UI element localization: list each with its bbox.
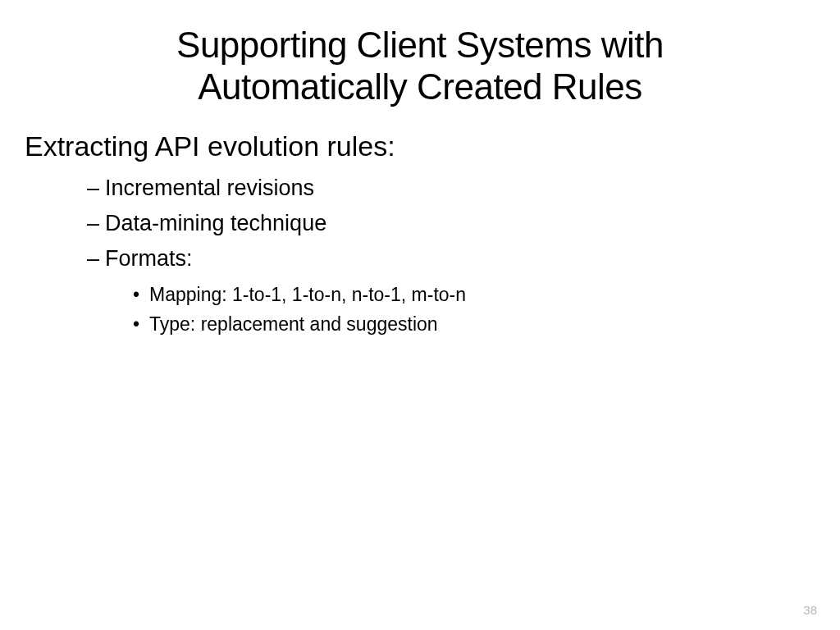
list-item-text: Type: replacement and suggestion bbox=[149, 313, 438, 335]
list-item: Data-mining technique bbox=[87, 208, 799, 240]
slide-subtitle: Extracting API evolution rules: bbox=[25, 130, 799, 162]
list-item: Type: replacement and suggestion bbox=[133, 310, 799, 339]
list-item-text: Data-mining technique bbox=[105, 211, 326, 235]
list-item-text: Formats: bbox=[105, 246, 193, 271]
list-item: Mapping: 1-to-1, 1-to-n, n-to-1, m-to-n bbox=[133, 281, 799, 309]
bullet-list-level1: Incremental revisions Data-mining techni… bbox=[87, 172, 799, 338]
list-item: Incremental revisions bbox=[87, 172, 799, 204]
list-item: Formats: Mapping: 1-to-1, 1-to-n, n-to-1… bbox=[87, 243, 799, 338]
page-number: 38 bbox=[803, 603, 817, 617]
title-line-2: Automatically Created Rules bbox=[198, 66, 642, 107]
bullet-list-level2: Mapping: 1-to-1, 1-to-n, n-to-1, m-to-n … bbox=[133, 281, 799, 339]
list-item-text: Incremental revisions bbox=[105, 176, 314, 200]
list-item-text: Mapping: 1-to-1, 1-to-n, n-to-1, m-to-n bbox=[149, 284, 466, 305]
title-line-1: Supporting Client Systems with bbox=[176, 25, 664, 65]
slide-title: Supporting Client Systems with Automatic… bbox=[41, 25, 799, 107]
slide-container: Supporting Client Systems with Automatic… bbox=[0, 0, 840, 630]
